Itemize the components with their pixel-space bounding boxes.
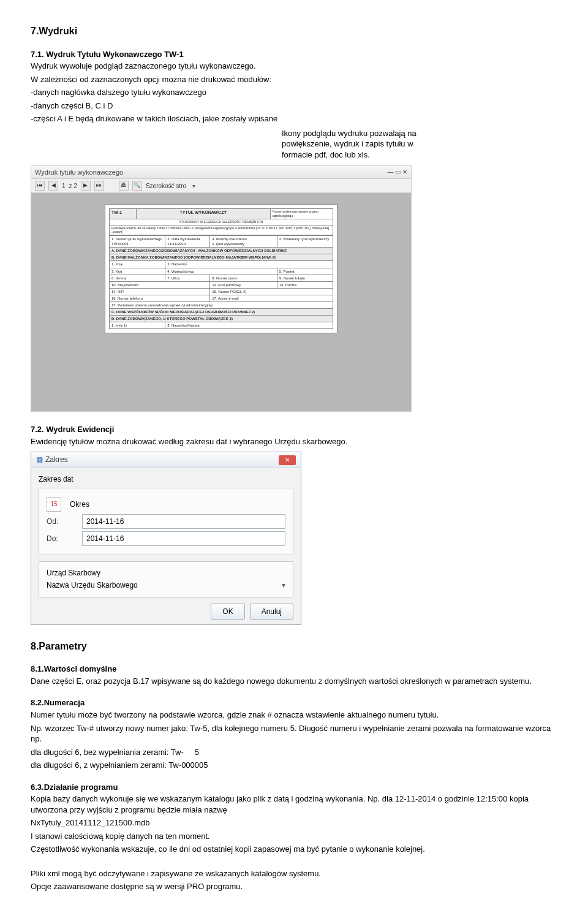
f-date-title: 2. Data wystawienia — [167, 237, 208, 241]
dialog-body: Zakres dat 15 Okres Od: 2014-11-16 Do: 2… — [31, 468, 301, 624]
f5: 5. Powiat — [277, 268, 333, 275]
f6: 6. Gmina — [110, 275, 165, 281]
calendar-icon[interactable]: 15 — [47, 497, 61, 512]
sec-b: B. DANE MAŁŻONKA ZOBOWIĄZANEGO (ODPOWIED… — [110, 254, 333, 261]
heading-8-1: 8.1.Wartości domyślne — [31, 664, 557, 675]
sec-d: D. DANE ZOBOWIĄZANEGO, U KTÓREGO POWSTAŁ… — [110, 316, 333, 322]
text-8-2a: Numer tytułu może być tworzony na podsta… — [31, 710, 557, 721]
f10: 10. Miejscowość — [110, 281, 210, 288]
od-input[interactable]: 2014-11-16 — [82, 514, 285, 529]
okres-label: Okres — [70, 499, 89, 509]
text-8-1: Dane części E, oraz pozycja B.17 wpisywa… — [31, 676, 557, 687]
f-type-val: 1. tytuł wykonawczy — [212, 241, 275, 246]
text-8-2d: dla długości 6, z wypełnianiem zerami: T… — [31, 760, 557, 771]
close-icon[interactable]: ✕ — [279, 455, 296, 465]
text-7-1-li3: -części A i E będą drukowane w takich il… — [31, 113, 557, 124]
f17: 17. Adres e-mail — [210, 295, 333, 301]
zoom-dropdown-icon[interactable]: ▾ — [192, 182, 195, 191]
us-label: Urząd Skarbowy — [47, 568, 285, 578]
text-6-3d: Częstotliwość wykonania wskazuje, co ile… — [31, 844, 557, 855]
form-tw1-code: TW-1 — [110, 209, 137, 219]
f7: 7. Ulica — [165, 275, 210, 281]
section-7: 7.Wydruki 7.1. Wydruk Tytułu Wykonawczeg… — [31, 25, 557, 625]
print-preview-body: TW-1 TYTUŁ WYKONAWCZY Numer systemowy sp… — [31, 193, 411, 411]
f-num-title: 1. Numer tytułu wykonawczego — [111, 237, 163, 241]
do-label: Do: — [47, 534, 77, 544]
f-type-title: 3. Rodzaj dokumentu — [212, 237, 275, 241]
d1: 1. Imię 1) — [110, 322, 165, 329]
f15: 15. Numer PESEL 4) — [210, 288, 333, 295]
f9: 9. Numer lokalu — [277, 275, 333, 281]
nav-prev-icon[interactable]: ◀ — [48, 181, 58, 191]
window-controls: — ▭ ✕ — [387, 168, 407, 176]
od-label: Od: — [47, 517, 77, 526]
dialog-buttons: OK Anuluj — [39, 604, 293, 620]
text-6-3a: Kopia bazy danych wykonuje się we wskaza… — [31, 794, 557, 815]
d2: 2. Nazwisko/Nazwa — [165, 322, 333, 329]
nav-next-icon[interactable]: ▶ — [81, 181, 91, 191]
f2: 2. Nazwisko — [165, 261, 333, 268]
heading-8-2: 8.2.Numeracja — [31, 697, 557, 708]
text-7-2: Ewidencję tytułów można drukować według … — [31, 436, 557, 447]
text-6-3c: I stanowi całościową kopię danych na ten… — [31, 831, 557, 842]
sec-c: C. DANE WSPÓLNIKÓW SPÓŁKI NIEPOSIADAJĄCE… — [110, 309, 333, 316]
text-6-3e: Pliki xml mogą być odczytywane i zapisyw… — [31, 868, 557, 879]
heading-7-1: 7.1. Wydruk Tytułu Wykonawczego TW-1 — [31, 49, 557, 60]
f3: 3. Kraj — [110, 268, 165, 275]
text-6-3f: Opcje zaawansowane dostępne są w wersji … — [31, 881, 557, 892]
print-preview-toolbar: ⏮ ◀ 1 z 2 ▶ ⏭ 🖶 🔍 Szerokość stro ▾ — [31, 179, 411, 193]
form-tw1-title: TYTUŁ WYKONAWCZY — [136, 209, 270, 219]
f-type2: 2. zmieniony tytuł wykonawczy — [279, 237, 331, 241]
print-icon[interactable]: 🖶 — [119, 181, 129, 191]
form-tw1: TW-1 TYTUŁ WYKONAWCZY Numer systemowy sp… — [105, 204, 337, 333]
f16: 16. Numer telefonu — [110, 295, 210, 301]
heading-8: 8.Parametry — [31, 640, 557, 653]
text-6-3b: NxTytuly_20141112_121500.mdb — [31, 817, 557, 828]
heading-7: 7.Wydruki — [31, 25, 557, 38]
f-date-val: 11/11/2014 — [167, 241, 208, 246]
section-8: 8.Parametry 8.1.Wartości domyślne Dane c… — [31, 640, 557, 892]
f-num-val: TW-00001 — [111, 241, 163, 246]
note-icons: Ikony podglądu wydruku pozwalają na powi… — [282, 128, 423, 161]
form-tw1-sysnum: Numer systemowy sprawy organu egzekucyjn… — [270, 209, 333, 219]
heading-6-3: 6.3.Działanie programu — [31, 782, 557, 793]
print-preview-titlebar: Wydruk tytułu wykonawczego — ▭ ✕ — [31, 166, 411, 180]
us-fieldset: Urząd Skarbowy Nazwa Urzędu Skarbowego ▾ — [39, 561, 293, 597]
f8: 8. Numer domu — [210, 275, 277, 281]
sec-a: A. DANE ZOBOWIĄZANEGO/ZOBOWIĄZANYCH - MA… — [110, 248, 333, 254]
dialog-icon: ▦ — [36, 455, 43, 464]
cancel-button[interactable]: Anuluj — [250, 604, 293, 620]
ok-button[interactable]: OK — [211, 604, 244, 620]
group-label: Zakres dat — [39, 474, 293, 484]
us-value: Nazwa Urzędu Skarbowego — [47, 580, 138, 590]
print-preview-title: Wydruk tytułu wykonawczego — [35, 168, 123, 177]
print-preview-window: Wydruk tytułu wykonawczego — ▭ ✕ ⏮ ◀ 1 z… — [31, 165, 412, 412]
dialog-title: Zakres — [45, 455, 68, 464]
f4: 4. Województwo — [165, 268, 277, 275]
f11: 12. Kod pocztowy — [210, 281, 277, 288]
range-dialog: ▦ Zakres ✕ Zakres dat 15 Okres Od: 2014-… — [31, 452, 301, 624]
chevron-down-icon: ▾ — [282, 580, 285, 590]
text-7-1-a: Wydruk wywołuje podgląd zaznaczonego tyt… — [31, 61, 557, 72]
zoom-label: Szerokość stro — [146, 182, 186, 191]
text-7-1-li1: -danych nagłówka dalszego tytułu wykonaw… — [31, 87, 557, 98]
dialog-titlebar: ▦ Zakres ✕ — [31, 452, 301, 468]
nav-last-icon[interactable]: ⏭ — [94, 181, 104, 191]
nav-first-icon[interactable]: ⏮ — [35, 181, 45, 191]
f1: 1. Imię — [110, 261, 165, 268]
do-input[interactable]: 2014-11-16 — [82, 531, 285, 546]
form-basis: Podstawa prawna: art.26 ustawy z dnia 17… — [110, 225, 333, 235]
form-subtitle: STOSOWANY W EGZEKUCJI NALEŻNOŚCI PIENIĘŻ… — [110, 219, 333, 225]
text-8-2b: Np. wzorzec Tw-# utworzy nowy numer jako… — [31, 723, 557, 745]
page-of: z 2 — [69, 182, 77, 191]
us-select[interactable]: Nazwa Urzędu Skarbowego ▾ — [47, 580, 285, 590]
text-7-1-li2: -danych części B, C i D — [31, 100, 557, 112]
heading-7-2: 7.2. Wydruk Ewidencji — [31, 424, 557, 435]
text-7-1-b: W zależności od zaznaczonych opcji można… — [31, 74, 557, 85]
date-fieldset: 15 Okres Od: 2014-11-16 Do: 2014-11-16 — [39, 488, 293, 555]
zoom-icon[interactable]: 🔍 — [132, 181, 142, 191]
f18: 17. Podstawa prawna prowadzenia egzekucj… — [110, 302, 333, 309]
f14: 14. NIP — [110, 288, 210, 295]
f12: 13. Poczta — [277, 281, 333, 288]
text-8-2c: dla długości 6, bez wypełniania zerami: … — [31, 747, 557, 758]
